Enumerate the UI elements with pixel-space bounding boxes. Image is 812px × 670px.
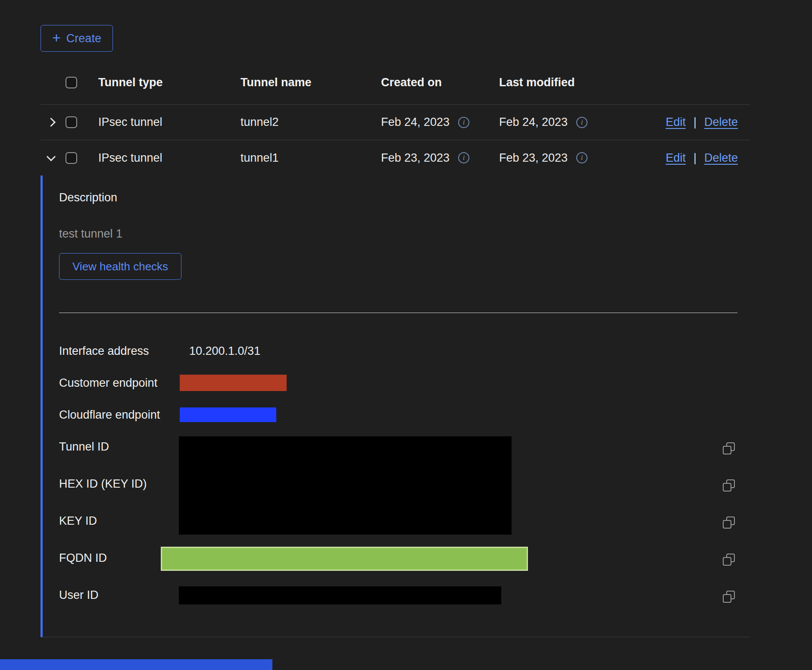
copy-user-id-icon[interactable] — [723, 591, 735, 603]
description-value: test tunnel 1 — [59, 227, 122, 241]
tunnel-type-cell: IPsec tunnel — [98, 140, 162, 175]
copy-icon-front — [723, 520, 731, 529]
fqdn-id-label: FQDN ID — [59, 551, 107, 565]
created-on-cell: Feb 23, 2023 — [381, 140, 469, 175]
row-checkbox-cell — [66, 140, 83, 175]
created-on-value: Feb 23, 2023 — [381, 151, 450, 165]
last-modified-value: Feb 24, 2023 — [499, 116, 568, 129]
chevron-right-icon[interactable] — [46, 118, 55, 127]
row-actions: Edit | Delete — [665, 105, 738, 140]
copy-key-id-icon[interactable] — [723, 517, 735, 529]
cloudflare-endpoint-label: Cloudflare endpoint — [59, 408, 160, 422]
row-checkbox-cell — [66, 105, 83, 140]
copy-icon-front — [723, 594, 731, 603]
key-id-label: KEY ID — [59, 514, 97, 528]
copy-tunnel-id-icon[interactable] — [723, 442, 735, 454]
info-icon[interactable] — [458, 117, 469, 128]
tunnel-name-cell: tunnel2 — [240, 105, 279, 140]
actions-separator: | — [693, 151, 696, 165]
last-modified-value: Feb 23, 2023 — [499, 151, 568, 165]
delete-link[interactable]: Delete — [704, 151, 738, 165]
tunnel-name-cell: tunnel1 — [240, 140, 279, 175]
edit-link[interactable]: Edit — [665, 116, 686, 129]
info-icon[interactable] — [576, 117, 587, 128]
actions-separator: | — [693, 116, 696, 129]
description-label: Description — [59, 191, 117, 204]
collapse-cell — [41, 140, 61, 175]
header-tunnel-name: Tunnel name — [240, 60, 312, 104]
tunnel-detail-panel: Description test tunnel 1 View health ch… — [41, 175, 750, 637]
created-on-cell: Feb 24, 2023 — [381, 105, 469, 140]
row-checkbox[interactable] — [66, 152, 77, 164]
cloudflare-endpoint-redacted-value — [180, 407, 276, 422]
expand-cell — [41, 105, 61, 140]
horizontal-scrollbar-thumb[interactable] — [0, 659, 272, 670]
tunnels-page: + Create Tunnel type Tunnel name Created… — [0, 0, 812, 670]
delete-link[interactable]: Delete — [704, 116, 738, 129]
hex-id-label: HEX ID (KEY ID) — [59, 477, 147, 491]
header-created-on: Created on — [381, 60, 442, 104]
select-all-cell — [66, 60, 83, 104]
header-last-modified: Last modified — [499, 60, 575, 104]
create-button-label: Create — [66, 32, 101, 45]
copy-icon-front — [723, 557, 731, 566]
select-all-checkbox[interactable] — [66, 77, 77, 88]
copy-hex-id-icon[interactable] — [723, 479, 735, 492]
table-row-tunnel1: IPsec tunnel tunnel1 Feb 23, 2023 Feb 23… — [41, 140, 750, 175]
last-modified-cell: Feb 24, 2023 — [499, 105, 587, 140]
table-row-tunnel2: IPsec tunnel tunnel2 Feb 24, 2023 Feb 24… — [41, 105, 750, 140]
ids-redacted-value — [179, 436, 512, 535]
header-tunnel-type: Tunnel type — [98, 60, 163, 104]
row-actions: Edit | Delete — [665, 140, 738, 175]
fqdn-id-redacted-value — [161, 547, 528, 571]
copy-icon-front — [723, 446, 731, 454]
info-icon[interactable] — [576, 152, 587, 163]
info-icon[interactable] — [458, 152, 469, 163]
customer-endpoint-redacted-value — [180, 375, 287, 391]
copy-fqdn-id-icon[interactable] — [723, 554, 735, 566]
user-id-label: User ID — [59, 589, 99, 602]
edit-link[interactable]: Edit — [665, 151, 686, 165]
view-health-checks-button[interactable]: View health checks — [59, 253, 181, 280]
created-on-value: Feb 24, 2023 — [381, 116, 450, 129]
tunnel-id-label: Tunnel ID — [59, 440, 109, 454]
interface-address-value: 10.200.1.0/31 — [189, 344, 260, 358]
interface-address-label: Interface address — [59, 344, 149, 358]
table-header-row: Tunnel type Tunnel name Created on Last … — [41, 60, 750, 105]
customer-endpoint-label: Customer endpoint — [59, 376, 157, 390]
last-modified-cell: Feb 23, 2023 — [499, 140, 587, 175]
tunnel-type-cell: IPsec tunnel — [98, 105, 162, 140]
plus-icon: + — [52, 30, 61, 45]
section-divider — [59, 313, 737, 313]
user-id-redacted-value — [179, 586, 501, 604]
row-checkbox[interactable] — [66, 116, 77, 128]
create-button[interactable]: + Create — [41, 25, 113, 52]
copy-icon-front — [723, 483, 731, 492]
chevron-down-icon[interactable] — [46, 152, 55, 161]
